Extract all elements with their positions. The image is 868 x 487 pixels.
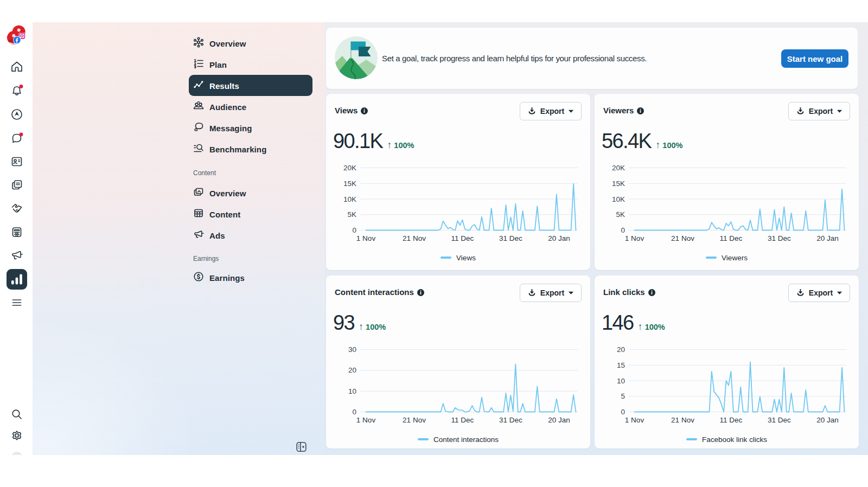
svg-text:10: 10: [348, 387, 356, 395]
svg-text:5K: 5K: [616, 210, 625, 219]
svg-text:11 Dec: 11 Dec: [451, 416, 474, 424]
svg-text:15K: 15K: [343, 180, 356, 188]
svg-text:0: 0: [352, 226, 356, 234]
svg-text:21 Nov: 21 Nov: [403, 416, 426, 424]
svg-text:0: 0: [352, 408, 356, 416]
svg-text:20 Jan: 20 Jan: [548, 234, 570, 242]
svg-text:31 Dec: 31 Dec: [499, 416, 522, 424]
svg-text:11 Dec: 11 Dec: [451, 234, 474, 242]
svg-text:15: 15: [617, 361, 625, 369]
svg-text:1 Nov: 1 Nov: [356, 234, 376, 242]
svg-text:10: 10: [617, 377, 625, 385]
svg-text:0: 0: [621, 408, 625, 416]
svg-text:20 Jan: 20 Jan: [548, 416, 570, 424]
svg-text:21 Nov: 21 Nov: [671, 416, 694, 424]
svg-text:21 Nov: 21 Nov: [671, 234, 694, 242]
svg-text:31 Dec: 31 Dec: [768, 234, 791, 242]
svg-text:20 Jan: 20 Jan: [816, 416, 839, 424]
svg-text:1 Nov: 1 Nov: [625, 416, 644, 424]
svg-text:20: 20: [348, 366, 356, 374]
svg-text:11 Dec: 11 Dec: [720, 416, 743, 424]
svg-text:10K: 10K: [612, 195, 625, 203]
svg-text:20K: 20K: [343, 164, 356, 172]
svg-text:11 Dec: 11 Dec: [720, 234, 743, 242]
svg-text:1 Nov: 1 Nov: [625, 234, 644, 242]
svg-text:21 Nov: 21 Nov: [403, 234, 426, 242]
svg-text:20K: 20K: [612, 164, 625, 172]
svg-text:5: 5: [621, 392, 625, 400]
svg-text:31 Dec: 31 Dec: [499, 234, 522, 242]
svg-text:1 Nov: 1 Nov: [356, 416, 376, 424]
svg-text:5K: 5K: [347, 210, 356, 219]
svg-text:20: 20: [617, 345, 625, 354]
svg-text:20 Jan: 20 Jan: [816, 234, 839, 242]
svg-text:10K: 10K: [343, 195, 356, 203]
svg-text:31 Dec: 31 Dec: [768, 416, 791, 424]
svg-text:30: 30: [348, 345, 356, 354]
svg-text:0: 0: [621, 226, 625, 234]
svg-text:15K: 15K: [612, 180, 625, 188]
